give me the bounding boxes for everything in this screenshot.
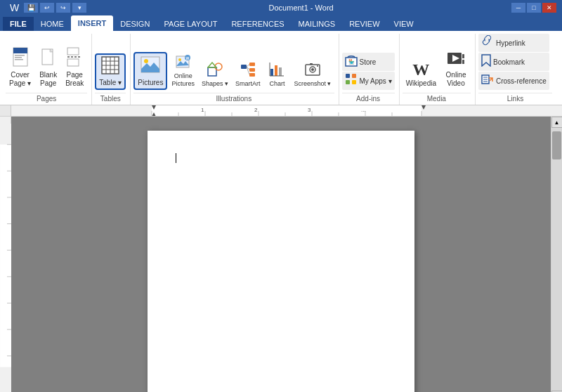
document-page[interactable]	[148, 131, 414, 392]
smartart-icon	[240, 62, 256, 79]
blank-page-label: BlankPage	[39, 71, 57, 88]
chart-label: Chart	[269, 80, 285, 88]
tab-mailings[interactable]: MAILINGS	[292, 17, 343, 31]
wikipedia-button[interactable]: W Wikipedia	[403, 59, 440, 90]
close-button[interactable]: ✕	[542, 3, 556, 13]
shapes-label: Shapes ▾	[202, 80, 228, 88]
table-label: Table ▾	[99, 79, 122, 87]
scroll-up-button[interactable]: ▲	[551, 117, 563, 128]
tables-buttons: Table ▾	[95, 34, 126, 93]
ribbon-group-tables: Table ▾ Tables	[92, 34, 131, 105]
illustrations-buttons: Pictures W OnlinePictures	[133, 34, 334, 93]
tab-review[interactable]: REVIEW	[342, 17, 386, 31]
minimize-button[interactable]: ─	[511, 3, 525, 13]
scroll-thumb[interactable]	[552, 131, 561, 159]
hyperlink-label: Hyperlink	[496, 39, 525, 47]
screenshot-button[interactable]: Screenshot ▾	[291, 60, 334, 90]
cross-reference-icon	[481, 73, 494, 89]
tab-view[interactable]: VIEW	[387, 17, 421, 31]
svg-rect-46	[346, 74, 350, 78]
pictures-label: Pictures	[138, 79, 163, 87]
svg-point-41	[311, 68, 314, 71]
ribbon: CoverPage ▾ BlankPage	[0, 31, 562, 105]
wikipedia-icon: W	[412, 61, 429, 78]
cross-reference-button[interactable]: Cross-reference	[478, 72, 549, 90]
tab-file[interactable]: FILE	[3, 17, 34, 31]
ruler: 1 2 3 ...	[0, 105, 562, 117]
svg-rect-19	[141, 69, 159, 72]
blank-page-button[interactable]: BlankPage	[36, 46, 60, 90]
links-group-label: Links	[478, 93, 552, 105]
pages-buttons: CoverPage ▾ BlankPage	[6, 34, 87, 93]
tab-references[interactable]: REFERENCES	[224, 17, 291, 31]
svg-point-43	[317, 65, 318, 67]
svg-rect-53	[462, 60, 464, 64]
svg-text:...: ...	[361, 107, 366, 113]
page-break-button[interactable]: PageBreak	[62, 45, 87, 90]
svg-rect-52	[462, 54, 464, 58]
tables-group-label: Tables	[95, 93, 126, 105]
svg-rect-35	[275, 65, 277, 76]
tab-design[interactable]: DESIGN	[113, 17, 157, 31]
ribbon-group-media: W Wikipedia OnlineVideo Media	[400, 34, 476, 105]
ribbon-group-links: Hyperlink Bookmark	[476, 34, 556, 105]
window-controls: ─ □ ✕	[511, 3, 556, 13]
chart-button[interactable]: Chart	[264, 60, 289, 90]
svg-text:🏪: 🏪	[348, 58, 355, 65]
my-apps-icon	[345, 73, 358, 89]
online-video-button[interactable]: OnlineVideo	[441, 49, 471, 90]
svg-text:W: W	[185, 56, 189, 60]
table-button[interactable]: Table ▾	[95, 53, 126, 90]
page-break-icon	[67, 47, 82, 70]
title-text: Document1 - Word	[95, 4, 507, 12]
bookmark-label: Bookmark	[493, 58, 525, 66]
svg-text:1: 1	[201, 107, 204, 113]
screenshot-label: Screenshot ▾	[294, 80, 331, 88]
doc-scroll-area[interactable]	[11, 117, 551, 392]
redo-button[interactable]: ↪	[56, 3, 70, 13]
online-video-label: OnlineVideo	[446, 71, 466, 88]
ribbon-tabs: FILE HOME INSERT DESIGN PAGE LAYOUT REFE…	[0, 15, 562, 31]
svg-rect-2	[15, 55, 25, 56]
store-label: Store	[360, 58, 377, 66]
shapes-button[interactable]: Shapes ▾	[199, 60, 231, 90]
left-ruler: 1 2 3	[0, 117, 11, 392]
save-button[interactable]: 💾	[24, 3, 38, 13]
links-btn-row: Hyperlink Bookmark	[478, 34, 549, 90]
addins-group-label: Add-ins	[342, 93, 395, 105]
ribbon-content: CoverPage ▾ BlankPage	[0, 31, 562, 105]
maximize-button[interactable]: □	[527, 3, 541, 13]
svg-line-31	[247, 65, 249, 67]
table-icon	[101, 56, 119, 77]
ruler-left-margin	[0, 105, 11, 116]
text-cursor	[176, 153, 176, 163]
scroll-track[interactable]	[551, 128, 562, 391]
title-bar: W 💾 ↩ ↪ ▾ Document1 - Word ─ □ ✕	[0, 0, 562, 15]
customize-qat-button[interactable]: ▾	[72, 3, 86, 13]
online-pictures-icon: W	[176, 54, 191, 72]
wikipedia-label: Wikipedia	[406, 79, 436, 88]
media-buttons: W Wikipedia OnlineVideo	[403, 34, 471, 93]
online-pictures-button[interactable]: W OnlinePictures	[169, 52, 197, 90]
cover-page-label: CoverPage ▾	[9, 71, 31, 88]
links-buttons: Hyperlink Bookmark	[478, 34, 552, 93]
tab-home[interactable]: HOME	[34, 17, 71, 31]
addins-btn-row: 🏪 Store	[342, 53, 395, 90]
ribbon-group-illustrations: Pictures W OnlinePictures	[131, 34, 339, 105]
smartart-label: SmartArt	[235, 80, 261, 88]
vertical-scrollbar[interactable]: ▲ ▼	[551, 117, 562, 392]
svg-rect-47	[352, 74, 356, 78]
my-apps-button[interactable]: My Apps ▾	[342, 72, 395, 90]
cover-page-button[interactable]: CoverPage ▾	[6, 45, 34, 90]
bookmark-button[interactable]: Bookmark	[478, 53, 549, 71]
undo-button[interactable]: ↩	[40, 3, 54, 13]
smartart-button[interactable]: SmartArt	[233, 60, 263, 90]
pictures-button[interactable]: Pictures	[133, 52, 167, 90]
store-button[interactable]: 🏪 Store	[342, 53, 395, 71]
tab-page-layout[interactable]: PAGE LAYOUT	[157, 17, 224, 31]
hyperlink-button[interactable]: Hyperlink	[478, 34, 549, 52]
svg-text:3: 3	[308, 107, 311, 113]
svg-rect-42	[310, 63, 313, 65]
tab-insert[interactable]: INSERT	[71, 15, 113, 31]
pages-group-label: Pages	[6, 93, 87, 105]
